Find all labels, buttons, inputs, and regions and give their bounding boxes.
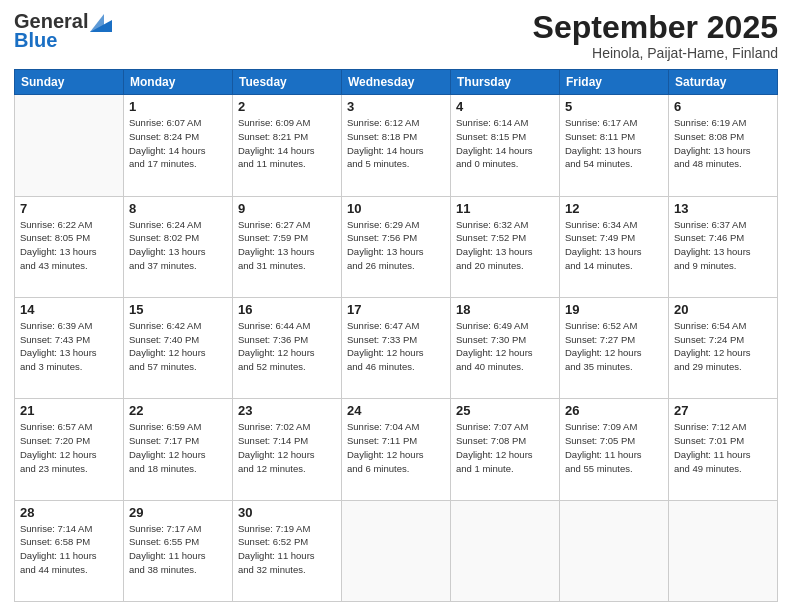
day-info: Sunrise: 6:37 AMSunset: 7:46 PMDaylight:… (674, 218, 772, 273)
day-info: Sunrise: 6:57 AMSunset: 7:20 PMDaylight:… (20, 420, 118, 475)
day-info: Sunrise: 7:09 AMSunset: 7:05 PMDaylight:… (565, 420, 663, 475)
calendar-cell: 24Sunrise: 7:04 AMSunset: 7:11 PMDayligh… (342, 399, 451, 500)
calendar-cell: 22Sunrise: 6:59 AMSunset: 7:17 PMDayligh… (124, 399, 233, 500)
header-monday: Monday (124, 70, 233, 95)
day-number: 26 (565, 403, 663, 418)
day-info: Sunrise: 7:02 AMSunset: 7:14 PMDaylight:… (238, 420, 336, 475)
header: General Blue September 2025 Heinola, Pai… (14, 10, 778, 61)
day-number: 12 (565, 201, 663, 216)
calendar-cell: 30Sunrise: 7:19 AMSunset: 6:52 PMDayligh… (233, 500, 342, 601)
calendar-cell: 18Sunrise: 6:49 AMSunset: 7:30 PMDayligh… (451, 297, 560, 398)
calendar-cell: 19Sunrise: 6:52 AMSunset: 7:27 PMDayligh… (560, 297, 669, 398)
weekday-header-row: Sunday Monday Tuesday Wednesday Thursday… (15, 70, 778, 95)
day-number: 21 (20, 403, 118, 418)
header-sunday: Sunday (15, 70, 124, 95)
title-area: September 2025 Heinola, Paijat-Hame, Fin… (533, 10, 778, 61)
day-info: Sunrise: 6:42 AMSunset: 7:40 PMDaylight:… (129, 319, 227, 374)
day-number: 1 (129, 99, 227, 114)
location: Heinola, Paijat-Hame, Finland (533, 45, 778, 61)
calendar-cell (669, 500, 778, 601)
calendar-cell: 1Sunrise: 6:07 AMSunset: 8:24 PMDaylight… (124, 95, 233, 196)
day-number: 17 (347, 302, 445, 317)
day-number: 19 (565, 302, 663, 317)
day-info: Sunrise: 6:29 AMSunset: 7:56 PMDaylight:… (347, 218, 445, 273)
day-number: 5 (565, 99, 663, 114)
day-info: Sunrise: 6:19 AMSunset: 8:08 PMDaylight:… (674, 116, 772, 171)
header-thursday: Thursday (451, 70, 560, 95)
header-wednesday: Wednesday (342, 70, 451, 95)
day-info: Sunrise: 6:52 AMSunset: 7:27 PMDaylight:… (565, 319, 663, 374)
calendar-cell: 11Sunrise: 6:32 AMSunset: 7:52 PMDayligh… (451, 196, 560, 297)
day-number: 30 (238, 505, 336, 520)
calendar-cell: 6Sunrise: 6:19 AMSunset: 8:08 PMDaylight… (669, 95, 778, 196)
svg-marker-1 (90, 14, 104, 32)
day-info: Sunrise: 7:07 AMSunset: 7:08 PMDaylight:… (456, 420, 554, 475)
calendar-cell: 20Sunrise: 6:54 AMSunset: 7:24 PMDayligh… (669, 297, 778, 398)
day-info: Sunrise: 6:49 AMSunset: 7:30 PMDaylight:… (456, 319, 554, 374)
calendar-cell: 3Sunrise: 6:12 AMSunset: 8:18 PMDaylight… (342, 95, 451, 196)
day-info: Sunrise: 7:19 AMSunset: 6:52 PMDaylight:… (238, 522, 336, 577)
calendar-cell (15, 95, 124, 196)
day-info: Sunrise: 6:22 AMSunset: 8:05 PMDaylight:… (20, 218, 118, 273)
day-info: Sunrise: 7:17 AMSunset: 6:55 PMDaylight:… (129, 522, 227, 577)
day-info: Sunrise: 6:14 AMSunset: 8:15 PMDaylight:… (456, 116, 554, 171)
header-friday: Friday (560, 70, 669, 95)
calendar-cell: 12Sunrise: 6:34 AMSunset: 7:49 PMDayligh… (560, 196, 669, 297)
calendar-cell: 14Sunrise: 6:39 AMSunset: 7:43 PMDayligh… (15, 297, 124, 398)
day-info: Sunrise: 7:12 AMSunset: 7:01 PMDaylight:… (674, 420, 772, 475)
calendar-week-3: 21Sunrise: 6:57 AMSunset: 7:20 PMDayligh… (15, 399, 778, 500)
day-info: Sunrise: 6:24 AMSunset: 8:02 PMDaylight:… (129, 218, 227, 273)
calendar-cell: 17Sunrise: 6:47 AMSunset: 7:33 PMDayligh… (342, 297, 451, 398)
calendar-cell: 5Sunrise: 6:17 AMSunset: 8:11 PMDaylight… (560, 95, 669, 196)
day-number: 7 (20, 201, 118, 216)
calendar-week-2: 14Sunrise: 6:39 AMSunset: 7:43 PMDayligh… (15, 297, 778, 398)
day-number: 24 (347, 403, 445, 418)
day-number: 20 (674, 302, 772, 317)
day-number: 3 (347, 99, 445, 114)
calendar-cell: 26Sunrise: 7:09 AMSunset: 7:05 PMDayligh… (560, 399, 669, 500)
calendar-table: Sunday Monday Tuesday Wednesday Thursday… (14, 69, 778, 602)
day-info: Sunrise: 6:09 AMSunset: 8:21 PMDaylight:… (238, 116, 336, 171)
calendar-cell: 16Sunrise: 6:44 AMSunset: 7:36 PMDayligh… (233, 297, 342, 398)
day-number: 23 (238, 403, 336, 418)
calendar-cell: 8Sunrise: 6:24 AMSunset: 8:02 PMDaylight… (124, 196, 233, 297)
page: General Blue September 2025 Heinola, Pai… (0, 0, 792, 612)
header-saturday: Saturday (669, 70, 778, 95)
day-number: 14 (20, 302, 118, 317)
calendar-cell: 27Sunrise: 7:12 AMSunset: 7:01 PMDayligh… (669, 399, 778, 500)
calendar-cell (560, 500, 669, 601)
day-info: Sunrise: 6:44 AMSunset: 7:36 PMDaylight:… (238, 319, 336, 374)
day-number: 22 (129, 403, 227, 418)
calendar-cell: 7Sunrise: 6:22 AMSunset: 8:05 PMDaylight… (15, 196, 124, 297)
calendar-cell: 15Sunrise: 6:42 AMSunset: 7:40 PMDayligh… (124, 297, 233, 398)
calendar-cell: 4Sunrise: 6:14 AMSunset: 8:15 PMDaylight… (451, 95, 560, 196)
day-number: 9 (238, 201, 336, 216)
calendar-cell: 28Sunrise: 7:14 AMSunset: 6:58 PMDayligh… (15, 500, 124, 601)
day-info: Sunrise: 6:12 AMSunset: 8:18 PMDaylight:… (347, 116, 445, 171)
calendar-cell: 13Sunrise: 6:37 AMSunset: 7:46 PMDayligh… (669, 196, 778, 297)
day-info: Sunrise: 6:47 AMSunset: 7:33 PMDaylight:… (347, 319, 445, 374)
logo-blue-text: Blue (14, 29, 57, 52)
calendar-week-0: 1Sunrise: 6:07 AMSunset: 8:24 PMDaylight… (15, 95, 778, 196)
calendar-week-4: 28Sunrise: 7:14 AMSunset: 6:58 PMDayligh… (15, 500, 778, 601)
logo-icon (90, 14, 112, 32)
day-info: Sunrise: 6:17 AMSunset: 8:11 PMDaylight:… (565, 116, 663, 171)
day-info: Sunrise: 6:07 AMSunset: 8:24 PMDaylight:… (129, 116, 227, 171)
day-number: 25 (456, 403, 554, 418)
day-info: Sunrise: 6:32 AMSunset: 7:52 PMDaylight:… (456, 218, 554, 273)
day-number: 10 (347, 201, 445, 216)
day-number: 28 (20, 505, 118, 520)
calendar-cell: 21Sunrise: 6:57 AMSunset: 7:20 PMDayligh… (15, 399, 124, 500)
calendar-cell: 25Sunrise: 7:07 AMSunset: 7:08 PMDayligh… (451, 399, 560, 500)
day-number: 16 (238, 302, 336, 317)
day-number: 27 (674, 403, 772, 418)
day-info: Sunrise: 6:59 AMSunset: 7:17 PMDaylight:… (129, 420, 227, 475)
day-info: Sunrise: 6:27 AMSunset: 7:59 PMDaylight:… (238, 218, 336, 273)
day-info: Sunrise: 6:54 AMSunset: 7:24 PMDaylight:… (674, 319, 772, 374)
calendar-week-1: 7Sunrise: 6:22 AMSunset: 8:05 PMDaylight… (15, 196, 778, 297)
day-info: Sunrise: 6:39 AMSunset: 7:43 PMDaylight:… (20, 319, 118, 374)
day-number: 18 (456, 302, 554, 317)
calendar-cell: 23Sunrise: 7:02 AMSunset: 7:14 PMDayligh… (233, 399, 342, 500)
day-info: Sunrise: 7:14 AMSunset: 6:58 PMDaylight:… (20, 522, 118, 577)
calendar-cell: 29Sunrise: 7:17 AMSunset: 6:55 PMDayligh… (124, 500, 233, 601)
